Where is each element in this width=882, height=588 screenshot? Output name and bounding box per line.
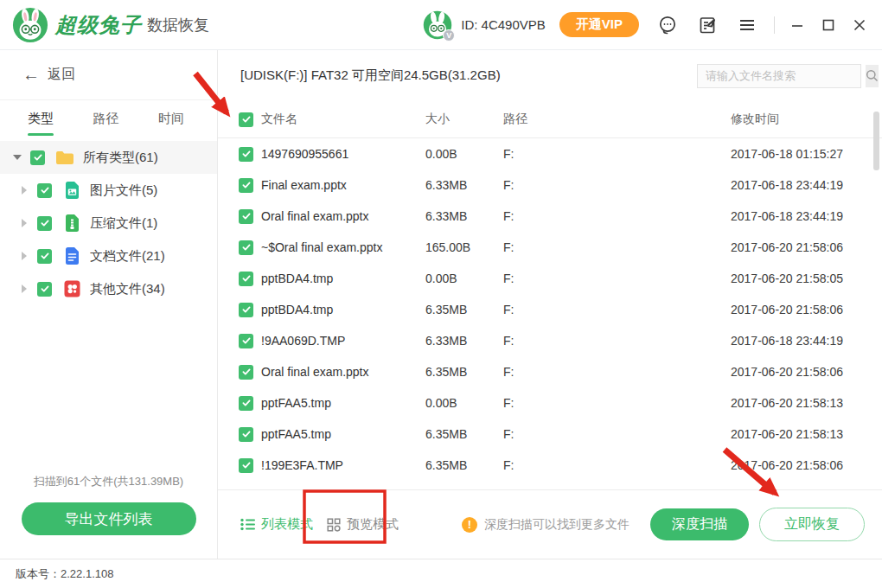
file-name: !9AA069D.TMP: [261, 334, 425, 348]
tree-checkbox[interactable]: [37, 249, 52, 264]
file-size: 6.33MB: [425, 334, 503, 348]
row-checkbox[interactable]: [239, 240, 253, 255]
select-all-checkbox[interactable]: [239, 112, 253, 127]
table-row[interactable]: 14976909556610.00BF:2017-06-18 01:15:27: [218, 138, 882, 169]
export-file-list-button[interactable]: 导出文件列表: [22, 502, 196, 535]
preview-mode-label: 预览模式: [347, 516, 399, 533]
column-size[interactable]: 大小: [425, 112, 503, 127]
list-mode-icon: [240, 518, 255, 531]
table-row[interactable]: Oral final exam.pptx6.35MBF:2017-06-20 2…: [218, 356, 882, 387]
file-path: F:: [503, 147, 731, 161]
column-path[interactable]: 路径: [503, 112, 731, 127]
list-mode-toggle[interactable]: 列表模式: [240, 516, 313, 533]
brand-suffix: 数据恢复: [147, 15, 209, 35]
maximize-icon[interactable]: [820, 16, 837, 34]
sidebar: ← 返回 类型路径时间 所有类型(61) 图片文件(5) 压缩文件(1) 文档文…: [0, 50, 218, 559]
table-row[interactable]: !9AA069D.TMP6.33MBF:2017-06-18 23:44:19: [218, 325, 882, 356]
file-size: 6.35MB: [425, 303, 503, 316]
search-input[interactable]: [698, 65, 866, 87]
table-row[interactable]: pptBDA4.tmp6.35MBF:2017-06-20 21:58:06: [218, 294, 882, 325]
column-filename[interactable]: 文件名: [261, 112, 425, 127]
table-row[interactable]: Final exam.pptx6.33MBF:2017-06-18 23:44:…: [218, 169, 882, 201]
zip-file-icon: [62, 214, 81, 232]
file-name: Final exam.pptx: [261, 178, 425, 192]
file-modified: 2017-06-20 21:58:13: [731, 396, 882, 410]
file-modified: 2017-06-20 21:58:13: [731, 427, 882, 441]
file-name: !199E3FA.TMP: [261, 458, 425, 472]
tree-item[interactable]: 图片文件(5): [0, 174, 217, 207]
tree-checkbox[interactable]: [30, 150, 45, 165]
tree-checkbox[interactable]: [37, 282, 52, 297]
preview-mode-toggle[interactable]: 预览模式: [327, 516, 399, 533]
file-modified: 2017-06-18 23:44:19: [731, 178, 882, 192]
hamburger-menu-icon[interactable]: [736, 14, 758, 36]
minimize-icon[interactable]: [789, 16, 806, 34]
open-vip-button[interactable]: 开通VIP: [559, 12, 639, 37]
column-modified[interactable]: 修改时间: [731, 112, 882, 127]
row-checkbox[interactable]: [239, 396, 253, 411]
table-row[interactable]: ~$Oral final exam.pptx165.00BF:2017-06-2…: [218, 232, 882, 263]
vip-level-badge: V: [443, 29, 455, 42]
row-checkbox[interactable]: [239, 272, 253, 286]
file-table-body: 14976909556610.00BF:2017-06-18 01:15:27 …: [218, 138, 882, 481]
row-checkbox[interactable]: [239, 458, 253, 473]
table-row[interactable]: Oral final exam.pptx6.33MBF:2017-06-18 2…: [218, 201, 882, 232]
action-bar: 列表模式 预览模式 ! 深度扫描可以找到更多文件 深度扫描 立即恢复: [218, 489, 882, 559]
tree-item[interactable]: 所有类型(61): [0, 141, 217, 174]
expand-arrow-icon[interactable]: [19, 252, 29, 260]
folder-icon: [55, 150, 74, 165]
table-row[interactable]: pptFAA5.tmp6.35MBF:2017-06-20 21:58:13: [218, 419, 882, 450]
table-scrollbar[interactable]: [873, 112, 879, 170]
sidebar-tabs: 类型路径时间: [0, 99, 217, 137]
feedback-icon[interactable]: [696, 14, 719, 36]
row-checkbox[interactable]: [239, 334, 253, 348]
sidebar-tab-时间[interactable]: 时间: [157, 105, 186, 132]
version-label: 版本号：: [16, 566, 61, 582]
sidebar-tab-类型[interactable]: 类型: [26, 105, 55, 132]
image-file-icon: [62, 182, 81, 199]
file-path: F:: [503, 240, 731, 254]
deep-scan-hint-text: 深度扫描可以找到更多文件: [484, 517, 630, 533]
row-checkbox[interactable]: [239, 178, 253, 193]
expand-arrow-icon[interactable]: [19, 186, 29, 195]
file-name: Oral final exam.pptx: [261, 365, 425, 379]
tree-item-label: 所有类型(61): [83, 150, 158, 166]
tree-item[interactable]: 其他文件(34): [0, 272, 217, 305]
file-name: Oral final exam.pptx: [261, 209, 425, 223]
search-icon[interactable]: [866, 65, 879, 87]
tree-item[interactable]: 压缩文件(1): [0, 207, 217, 240]
tree-checkbox[interactable]: [37, 216, 52, 231]
brand-name: 超级兔子: [55, 11, 142, 39]
row-checkbox[interactable]: [239, 209, 253, 224]
avatar[interactable]: V: [423, 10, 452, 40]
version-value: 2.22.1.108: [61, 567, 113, 580]
table-row[interactable]: pptBDA4.tmp0.00BF:2017-06-20 21:58:05: [218, 263, 882, 294]
back-button[interactable]: ← 返回: [0, 50, 217, 99]
file-name: ~$Oral final exam.pptx: [261, 240, 425, 254]
expand-arrow-icon[interactable]: [19, 284, 29, 293]
file-size: 6.33MB: [425, 209, 503, 223]
close-icon[interactable]: [851, 16, 868, 34]
row-checkbox[interactable]: [239, 147, 253, 162]
row-checkbox[interactable]: [239, 427, 253, 442]
file-size: 0.00B: [425, 396, 503, 410]
deep-scan-button[interactable]: 深度扫描: [650, 508, 749, 540]
tree-item-label: 文档文件(21): [90, 248, 165, 265]
sidebar-tab-路径[interactable]: 路径: [92, 105, 121, 132]
row-checkbox[interactable]: [239, 303, 253, 317]
customer-service-icon[interactable]: [656, 14, 679, 36]
tree-checkbox[interactable]: [37, 183, 52, 198]
table-row[interactable]: pptFAA5.tmp0.00BF:2017-06-20 21:58:13: [218, 387, 882, 419]
scan-summary: 扫描到61个文件(共131.39MB): [0, 474, 217, 489]
table-row[interactable]: !199E3FA.TMP6.35MBF:2017-06-20 21:58:06: [218, 450, 882, 481]
expand-arrow-icon[interactable]: [19, 219, 29, 227]
back-label: 返回: [48, 66, 75, 84]
user-id: ID: 4C490VPB: [461, 17, 546, 32]
collapse-arrow-icon[interactable]: [12, 155, 22, 160]
recover-now-button[interactable]: 立即恢复: [759, 508, 865, 541]
row-checkbox[interactable]: [239, 365, 253, 380]
file-name: pptBDA4.tmp: [261, 272, 425, 285]
file-size: 6.35MB: [425, 458, 503, 472]
tree-item-label: 图片文件(5): [90, 182, 157, 199]
tree-item[interactable]: 文档文件(21): [0, 240, 217, 272]
